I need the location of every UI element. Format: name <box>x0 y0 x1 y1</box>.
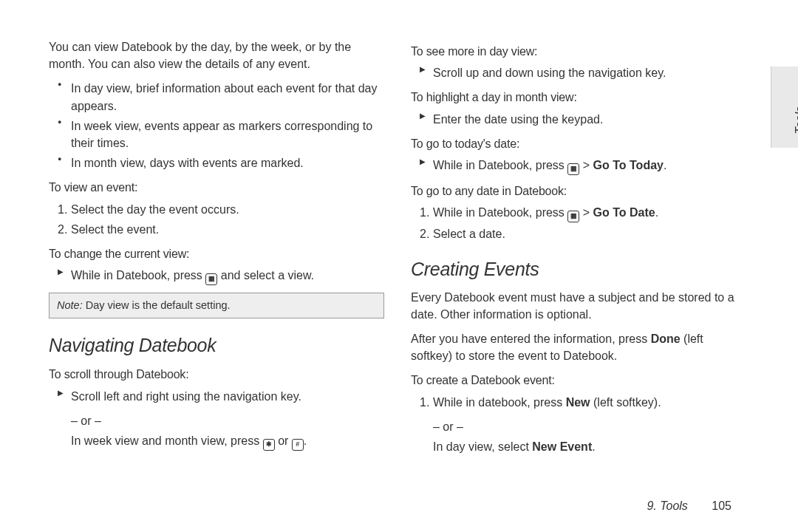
today-list: While in Datebook, press ▦ > Go To Today… <box>411 157 746 175</box>
menu-key-icon: ▦ <box>567 211 579 222</box>
text: . <box>592 440 595 453</box>
star-key-icon: ✱ <box>263 439 275 451</box>
list-item: Select a date. <box>411 225 746 242</box>
menu-key-icon: ▦ <box>567 163 579 175</box>
list-item: While in Datebook, press ▦ > Go To Today… <box>411 157 746 175</box>
subhead-view-event: To view an event: <box>49 179 384 196</box>
text: In week view and month view, press <box>71 434 263 447</box>
subhead-see-more: To see more in day view: <box>411 43 746 60</box>
list-item: In week view, events appear as markers c… <box>49 117 384 151</box>
text: While in Datebook, press <box>433 206 567 219</box>
list-item: Scroll left and right using the navigati… <box>49 388 384 405</box>
text: In day view, select <box>433 440 532 453</box>
list-item: While in Datebook, press ▦ and select a … <box>49 267 384 285</box>
left-column: You can view Datebook by the day, by the… <box>49 35 384 495</box>
heading-navigating: Navigating Datebook <box>49 332 384 358</box>
note-label: Note: <box>57 299 86 311</box>
text: and select a view. <box>217 269 314 282</box>
anydate-steps: While in Datebook, press ▦ > Go To Date.… <box>411 204 746 242</box>
text: or <box>275 434 292 447</box>
bold-text: Go To Today <box>593 159 664 171</box>
view-event-steps: Select the day the event occurs. Select … <box>49 201 384 238</box>
list-item: Scroll up and down using the navigation … <box>411 64 746 81</box>
list-item: Enter the date using the keypad. <box>411 111 746 128</box>
list-item: Select the event. <box>49 221 384 238</box>
page: You can view Datebook by the day, by the… <box>0 0 798 532</box>
create-para-2: After you have entered the information, … <box>411 330 746 364</box>
text: . <box>664 159 666 171</box>
list-item: While in datebook, press New (left softk… <box>411 394 746 411</box>
text: While in Datebook, press <box>433 159 567 171</box>
text: > <box>579 206 593 219</box>
text: While in datebook, press <box>433 396 566 409</box>
text: (left softkey). <box>590 396 661 409</box>
change-view-list: While in Datebook, press ▦ and select a … <box>49 267 384 285</box>
list-item: In day view, brief information about eac… <box>49 80 384 114</box>
week-month-tip: In week view and month view, press ✱ or … <box>49 432 384 451</box>
highlight-list: Enter the date using the keypad. <box>411 111 746 128</box>
page-number: 105 <box>712 499 732 512</box>
side-tab-label: Tools <box>794 106 798 134</box>
list-item: In month view, days with events are mark… <box>49 154 384 171</box>
right-column: To see more in day view: Scroll up and d… <box>411 35 746 495</box>
menu-key-icon: ▦ <box>205 273 217 285</box>
text: After you have entered the information, … <box>411 332 651 345</box>
see-more-list: Scroll up and down using the navigation … <box>411 64 746 81</box>
heading-creating: Creating Events <box>411 256 746 282</box>
text: > <box>579 159 593 171</box>
subhead-scroll: To scroll through Datebook: <box>49 366 384 383</box>
bold-text: Go To Date <box>593 206 655 219</box>
or-divider: – or – <box>49 412 384 429</box>
subhead-highlight: To highlight a day in month view: <box>411 89 746 106</box>
note-text: Day view is the default setting. <box>86 299 231 311</box>
note-box: Note: Day view is the default setting. <box>49 293 384 318</box>
subhead-anydate: To go to any date in Datebook: <box>411 183 746 200</box>
chapter-label: 9. Tools <box>647 499 687 512</box>
create-steps: While in datebook, press New (left softk… <box>411 394 746 411</box>
text: . <box>304 434 307 447</box>
scroll-list: Scroll left and right using the navigati… <box>49 388 384 405</box>
bold-text: Done <box>651 332 681 345</box>
or-divider: – or – <box>411 418 746 435</box>
subhead-today: To go to today's date: <box>411 135 746 152</box>
create-alt: In day view, select New Event. <box>411 438 746 455</box>
view-modes-list: In day view, brief information about eac… <box>49 80 384 171</box>
bold-text: New <box>566 396 590 409</box>
text: . <box>655 206 658 219</box>
page-footer: 9. Tools 105 <box>647 499 732 513</box>
subhead-change-view: To change the current view: <box>49 245 384 262</box>
text: While in Datebook, press <box>71 269 205 282</box>
hash-key-icon: # <box>292 439 304 451</box>
list-item: Select the day the event occurs. <box>49 201 384 218</box>
create-para-1: Every Datebook event must have a subject… <box>411 289 746 323</box>
intro-text: You can view Datebook by the day, by the… <box>49 38 384 72</box>
bold-text: New Event <box>532 440 592 453</box>
subhead-create-event: To create a Datebook event: <box>411 372 746 389</box>
list-item: While in Datebook, press ▦ > Go To Date. <box>411 204 746 222</box>
